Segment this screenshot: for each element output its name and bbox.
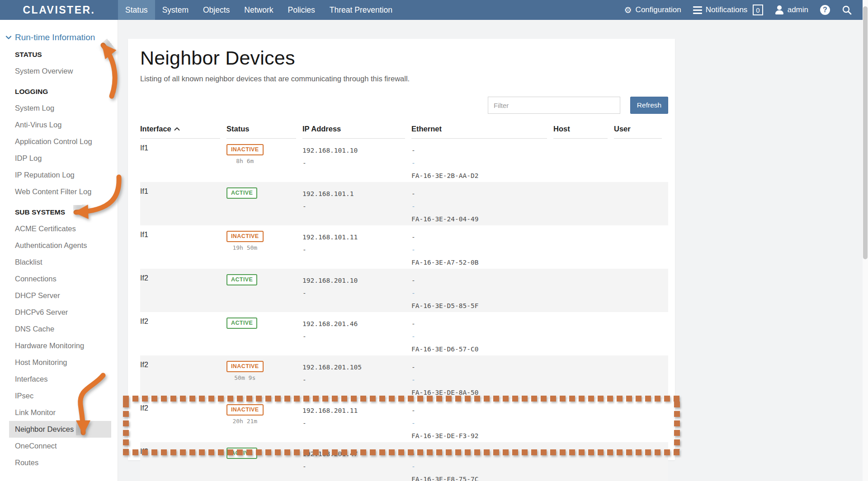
sidebar-item[interactable]: System Log	[9, 100, 111, 117]
column-header-host[interactable]: Host	[553, 125, 608, 139]
sidebar-item[interactable]: IPsec	[9, 388, 111, 404]
sidebar-item[interactable]: System Overview	[9, 63, 111, 79]
filter-input[interactable]	[488, 97, 620, 114]
table-row[interactable]: If1 INACTIVE 8h 6m 192.168.101.10 -	[140, 139, 668, 182]
sidebar-item[interactable]: Routes	[9, 454, 111, 471]
help-icon[interactable]: ?	[820, 5, 830, 15]
table-body: If1 INACTIVE 8h 6m 192.168.101.10 -	[140, 139, 668, 481]
scrollbar-thumb[interactable]	[863, 6, 868, 259]
ethernet-mac-address: FA-16-3E-2B-AA-D2	[411, 169, 553, 182]
cell-host	[553, 448, 614, 481]
topbar-right-cluster: ⚙ Configuration Notifications 0 admin ?	[624, 0, 868, 20]
cell-ethernet: - - FA-16-3E-DE-8A-50	[411, 361, 553, 399]
user-menu-button[interactable]: admin	[775, 5, 808, 14]
status-duration: 50m 9s	[226, 374, 264, 381]
sidebar-item[interactable]: Connections	[9, 271, 111, 287]
search-icon[interactable]	[842, 5, 852, 15]
sidebar-item[interactable]: OneConnect	[9, 438, 111, 454]
sidebar-item[interactable]: Link Monitor	[9, 404, 111, 421]
cell-interface: If1	[140, 231, 226, 269]
cell-status: INACTIVE 20h 21m	[226, 404, 302, 442]
ip-line: 192.168.201.11	[302, 404, 411, 417]
sidebar-item[interactable]: Host Monitoring	[9, 354, 111, 371]
sidebar-item[interactable]: ACME Certificates	[9, 220, 111, 237]
sidebar-item[interactable]: Anti-Virus Log	[9, 117, 111, 133]
sidebar-root-runtime-information[interactable]: Run-time Information	[0, 20, 118, 42]
nav-tab-label: Objects	[203, 5, 230, 15]
ip-line-2: -	[302, 330, 411, 343]
sidebar-item[interactable]: Hardware Monitoring	[9, 337, 111, 354]
nav-tab[interactable]: Policies	[281, 0, 322, 20]
cell-host	[553, 274, 614, 312]
user-label: admin	[788, 5, 808, 14]
status-duration: 20h 21m	[226, 418, 264, 425]
refresh-button[interactable]: Refresh	[630, 97, 668, 114]
cell-ethernet: - - FA-16-3E-24-04-49	[411, 187, 553, 225]
ethernet-line-2: -	[411, 287, 553, 299]
configuration-button[interactable]: ⚙ Configuration	[624, 5, 681, 14]
ip-line: 192.168.201.46	[302, 318, 411, 330]
sidebar-item[interactable]: DHCPv6 Server	[9, 304, 111, 321]
column-header-user[interactable]: User	[614, 125, 662, 139]
table-row[interactable]: If2 ACTIVE 192.168.201.46 - -	[140, 312, 668, 355]
cell-user	[614, 231, 668, 269]
sidebar-section-logging: LOGGING	[9, 81, 111, 98]
nav-tab[interactable]: Status	[118, 0, 155, 20]
sort-ascending-icon	[174, 127, 180, 131]
sidebar-item[interactable]: Web Content Filter Log	[9, 183, 111, 200]
sidebar-item[interactable]: DHCP Server	[9, 287, 111, 304]
status-duration: 8h 6m	[226, 158, 264, 164]
notifications-button[interactable]: Notifications 0	[693, 5, 763, 15]
table-header-row: Interface Status IP Address Ethernet Hos…	[140, 125, 668, 139]
column-header-interface[interactable]: Interface	[140, 125, 220, 139]
sidebar-item[interactable]: Authentication Agents	[9, 237, 111, 254]
cell-host	[553, 404, 614, 442]
sidebar-items-subsystems: ACME CertificatesAuthentication AgentsBl…	[9, 220, 111, 471]
sidebar: Run-time Information STATUS System Overv…	[0, 20, 118, 481]
cell-user	[614, 144, 668, 182]
cell-ethernet: - - FA-16-3E-D5-85-5F	[411, 274, 553, 312]
table-row[interactable]: If1 INACTIVE 19h 50m 192.168.101.11 -	[140, 225, 668, 269]
nav-tab[interactable]: Objects	[196, 0, 237, 20]
sidebar-section-header: LOGGING	[9, 81, 111, 98]
ip-line: 192.168.201.105	[302, 361, 411, 374]
table-row[interactable]: If2 INACTIVE 20h 21m 192.168.201.11 -	[140, 399, 668, 442]
sidebar-item[interactable]: DNS Cache	[9, 321, 111, 337]
table-row[interactable]: If2 ACTIVE 192.168.201.10 - -	[140, 269, 668, 312]
sidebar-item[interactable]: Neighbor Devices	[9, 421, 111, 438]
cell-interface: If2	[140, 448, 226, 481]
table-row[interactable]: If2 INACTIVE 50m 9s 192.168.201.105 -	[140, 355, 668, 399]
cell-user	[614, 187, 668, 225]
ethernet-line-2: -	[411, 200, 553, 213]
status-badge: INACTIVE	[226, 404, 264, 416]
ethernet-line-1: -	[411, 274, 553, 287]
brand-logo-container: clavister.	[0, 0, 118, 20]
page-scrollbar[interactable]	[863, 0, 868, 481]
column-header-status[interactable]: Status	[226, 125, 296, 139]
nav-tab[interactable]: Threat Prevention	[322, 0, 400, 20]
column-header-ip-address[interactable]: IP Address	[302, 125, 405, 139]
ethernet-line-1: -	[411, 144, 553, 157]
sidebar-item[interactable]: Interfaces	[9, 371, 111, 388]
cell-user	[614, 318, 668, 355]
column-header-ethernet[interactable]: Ethernet	[411, 125, 547, 139]
sidebar-item[interactable]: Application Control Log	[9, 133, 111, 150]
status-badge: ACTIVE	[226, 187, 257, 199]
table-row[interactable]: If2 ACTIVE 192.168.201.47 - -	[140, 442, 668, 481]
status-badge: ACTIVE	[226, 274, 257, 285]
main-content-area: Neighbor Devices Listing of all known ne…	[118, 20, 863, 481]
sidebar-item[interactable]: Blacklist	[9, 254, 111, 271]
cell-status: ACTIVE	[226, 274, 302, 312]
cell-ip-address: 192.168.201.105 -	[302, 361, 411, 399]
table-row[interactable]: If1 ACTIVE 192.168.101.1 - -	[140, 182, 668, 225]
status-duration: 19h 50m	[226, 244, 264, 251]
nav-tab[interactable]: Network	[237, 0, 280, 20]
nav-tab[interactable]: System	[155, 0, 196, 20]
nav-tab-label: Threat Prevention	[330, 5, 392, 15]
ip-line-2: -	[302, 200, 411, 213]
cell-interface: If2	[140, 318, 226, 355]
cell-status: ACTIVE	[226, 448, 302, 481]
sidebar-item[interactable]: IDP Log	[9, 150, 111, 167]
sidebar-item[interactable]: IP Reputation Log	[9, 167, 111, 183]
clavister-logo[interactable]: clavister.	[23, 4, 95, 16]
